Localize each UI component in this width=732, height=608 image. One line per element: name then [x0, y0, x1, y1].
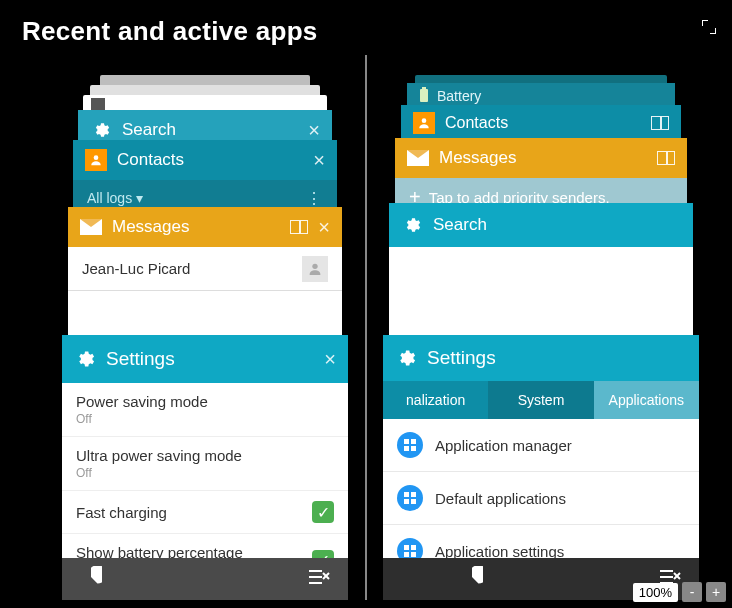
row-sub: Off — [76, 466, 334, 480]
zoom-in-button[interactable]: + — [706, 582, 726, 602]
battery-icon — [419, 87, 429, 106]
svg-rect-20 — [404, 552, 409, 557]
card-label: Search — [122, 120, 298, 140]
svg-rect-21 — [411, 552, 416, 557]
svg-rect-8 — [422, 87, 426, 89]
card-label: Settings — [427, 347, 687, 369]
person-icon — [413, 112, 435, 134]
card-label: Search — [433, 215, 681, 235]
checkbox-icon[interactable]: ✓ — [312, 501, 334, 523]
gear-icon — [90, 119, 112, 141]
grid-icon — [397, 432, 423, 458]
tab-personalization[interactable]: nalization — [383, 381, 488, 419]
svg-rect-10 — [404, 439, 409, 444]
svg-point-1 — [312, 263, 317, 268]
settings-row[interactable]: Power saving mode Off — [62, 383, 348, 437]
split-icon[interactable] — [657, 151, 675, 165]
card-label: Contacts — [117, 150, 303, 170]
grid-icon — [397, 485, 423, 511]
settings-card[interactable]: Settings nalization System Applications … — [383, 335, 699, 578]
envelope-icon — [80, 219, 102, 235]
messages-card[interactable]: Messages × Jean-Luc Picard — [68, 207, 342, 351]
pie-chart-icon[interactable] — [80, 566, 102, 592]
more-icon[interactable]: ⋮ — [306, 189, 323, 208]
row-sub: Off — [76, 412, 334, 426]
svg-rect-15 — [411, 492, 416, 497]
svg-rect-11 — [411, 439, 416, 444]
svg-rect-16 — [404, 499, 409, 504]
split-icon[interactable] — [290, 220, 308, 234]
tab-applications[interactable]: Applications — [594, 381, 699, 419]
gear-icon — [74, 348, 96, 370]
tab-system[interactable]: System — [488, 381, 593, 419]
card-label: Contacts — [445, 114, 641, 132]
left-phone: Search × Contacts × All logs ▾ ⋮ Message… — [0, 55, 365, 600]
fullscreen-icon[interactable] — [702, 20, 716, 34]
close-icon[interactable]: × — [313, 149, 325, 172]
pie-chart-icon[interactable] — [461, 566, 483, 592]
row-label: Application settings — [435, 543, 564, 560]
row-title: Power saving mode — [76, 393, 334, 410]
svg-rect-17 — [411, 499, 416, 504]
svg-rect-18 — [404, 545, 409, 550]
svg-rect-14 — [404, 492, 409, 497]
settings-row[interactable]: Ultra power saving mode Off — [62, 437, 348, 491]
zoom-out-button[interactable]: - — [682, 582, 702, 602]
settings-row[interactable]: Fast charging ✓ — [62, 491, 348, 534]
card-label: Messages — [439, 148, 647, 168]
svg-point-9 — [422, 118, 427, 123]
dismiss-all-icon[interactable] — [306, 567, 330, 591]
search-card[interactable]: Search — [389, 203, 693, 357]
card-label: Settings — [106, 348, 314, 370]
contact-name: Jean-Luc Picard — [82, 260, 190, 277]
card-label: Battery — [437, 88, 481, 104]
contacts-card[interactable]: Contacts — [401, 105, 681, 141]
svg-rect-12 — [404, 446, 409, 451]
person-icon — [85, 149, 107, 171]
zoom-controls: 100% - + — [633, 582, 726, 602]
message-row[interactable]: Jean-Luc Picard — [68, 247, 342, 291]
zoom-label: 100% — [633, 583, 678, 602]
row-label: Default applications — [435, 490, 566, 507]
settings-row[interactable]: Application manager — [383, 419, 699, 472]
recent-apps-bottom-bar — [62, 558, 348, 600]
row-title: Ultra power saving mode — [76, 447, 334, 464]
close-icon[interactable]: × — [318, 216, 330, 239]
svg-point-0 — [94, 155, 99, 160]
gear-icon — [401, 214, 423, 236]
row-label: Application manager — [435, 437, 572, 454]
chevron-down-icon: ▾ — [136, 190, 143, 206]
dual-phone-area: Search × Contacts × All logs ▾ ⋮ Message… — [0, 55, 732, 600]
page-title: Recent and active apps — [22, 16, 318, 47]
svg-rect-19 — [411, 545, 416, 550]
svg-rect-7 — [420, 89, 428, 102]
filter-label: All logs — [87, 190, 132, 206]
right-phone: Battery Contacts Messages + Tap to add p… — [367, 55, 732, 600]
close-icon[interactable]: × — [324, 348, 336, 371]
card-label: Messages — [112, 217, 280, 237]
settings-row[interactable]: Default applications — [383, 472, 699, 525]
settings-tabs: nalization System Applications — [383, 381, 699, 419]
svg-rect-13 — [411, 446, 416, 451]
gear-icon — [395, 347, 417, 369]
contacts-card[interactable]: Contacts × All logs ▾ ⋮ — [73, 140, 337, 216]
split-icon[interactable] — [651, 116, 669, 130]
close-icon[interactable]: × — [308, 119, 320, 142]
envelope-icon — [407, 150, 429, 166]
row-title: Fast charging — [76, 504, 312, 521]
avatar — [302, 256, 328, 282]
